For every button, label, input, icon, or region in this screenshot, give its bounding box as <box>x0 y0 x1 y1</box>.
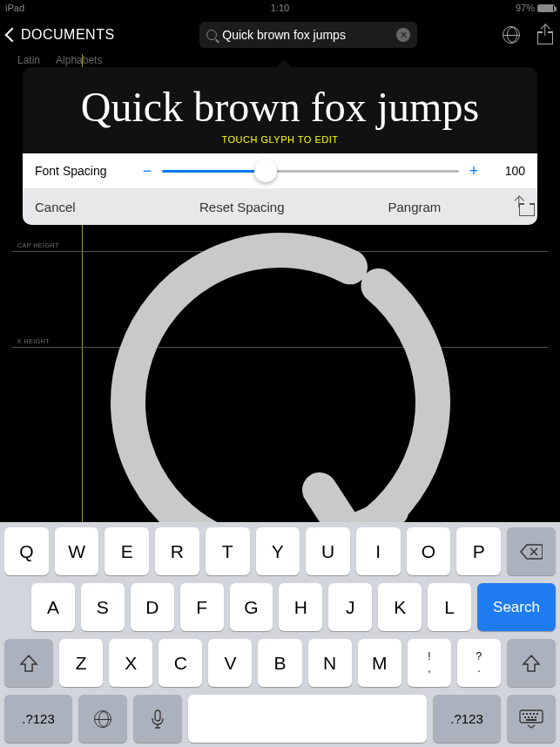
numbers-key-right[interactable]: .?123 <box>433 695 501 743</box>
spacing-label: Font Spacing <box>35 164 139 178</box>
spacing-decrement[interactable]: − <box>139 162 155 180</box>
spacing-value: 100 <box>482 164 525 178</box>
reset-spacing-button[interactable]: Reset Spacing <box>156 200 328 214</box>
shift-key-right[interactable] <box>507 639 556 687</box>
svg-rect-5 <box>523 713 524 715</box>
spacing-slider[interactable] <box>162 170 459 173</box>
key-d[interactable]: D <box>131 583 174 631</box>
popover-pointer <box>275 59 293 68</box>
device-label: iPad <box>5 3 24 13</box>
svg-rect-13 <box>535 716 536 718</box>
shift-key-left[interactable] <box>4 639 53 687</box>
key-y[interactable]: Y <box>256 527 300 575</box>
popover-share-button[interactable] <box>511 197 527 216</box>
svg-rect-10 <box>524 716 526 718</box>
key-p[interactable]: P <box>456 527 501 575</box>
nav-bar: DOCUMENTS Quick brown fox jumps ✕ <box>0 16 560 54</box>
key-g[interactable]: G <box>230 583 273 631</box>
key-u[interactable]: U <box>306 527 350 575</box>
preview-text[interactable]: Quick brown fox jumps <box>23 67 537 134</box>
svg-rect-3 <box>155 710 160 721</box>
key-h[interactable]: H <box>279 583 322 631</box>
key-j[interactable]: J <box>328 583 372 631</box>
svg-rect-8 <box>533 713 535 715</box>
svg-rect-12 <box>531 716 533 718</box>
key-k[interactable]: K <box>378 583 422 631</box>
preview-popover: Quick brown fox jumps TOUCH GLYPH TO EDI… <box>23 67 537 225</box>
pangram-button[interactable]: Pangram <box>328 200 501 214</box>
svg-rect-11 <box>528 716 530 718</box>
key-e[interactable]: E <box>105 527 149 575</box>
slider-thumb[interactable] <box>254 160 277 182</box>
key-period[interactable]: ?. <box>457 639 501 687</box>
hide-keyboard-key[interactable] <box>507 695 556 743</box>
key-o[interactable]: O <box>407 527 451 575</box>
key-f[interactable]: F <box>180 583 224 631</box>
popover-actions: Cancel Reset Spacing Pangram <box>23 188 537 225</box>
key-r[interactable]: R <box>155 527 199 575</box>
key-a[interactable]: A <box>31 583 75 631</box>
search-text: Quick brown fox jumps <box>222 28 396 42</box>
font-spacing-row: Font Spacing − + 100 <box>23 153 537 188</box>
cap-height-label: CAP HEIGHT <box>17 242 59 248</box>
chevron-left-icon <box>5 28 20 43</box>
x-height-label: X HEIGHT <box>17 338 50 344</box>
svg-rect-6 <box>526 713 528 715</box>
key-x[interactable]: X <box>109 639 152 687</box>
key-v[interactable]: V <box>208 639 252 687</box>
battery-icon <box>537 4 555 12</box>
key-t[interactable]: T <box>206 527 250 575</box>
back-label: DOCUMENTS <box>21 27 115 43</box>
key-c[interactable]: C <box>159 639 202 687</box>
space-key[interactable] <box>188 695 427 743</box>
battery-status: 97% <box>516 3 555 13</box>
key-i[interactable]: I <box>356 527 401 575</box>
dictation-key[interactable] <box>133 695 182 743</box>
key-w[interactable]: W <box>55 527 99 575</box>
numbers-key-left[interactable]: .?123 <box>4 695 72 743</box>
clock: 1:10 <box>271 3 289 13</box>
key-q[interactable]: Q <box>4 527 49 575</box>
share-button[interactable] <box>537 25 553 44</box>
keyboard: Q W E R T Y U I O P A S D F G H J K L Se… <box>0 522 560 747</box>
key-z[interactable]: Z <box>59 639 103 687</box>
globe-key[interactable] <box>78 695 127 743</box>
search-field[interactable]: Quick brown fox jumps ✕ <box>199 22 417 48</box>
back-button[interactable]: DOCUMENTS <box>7 27 115 43</box>
svg-rect-14 <box>526 719 536 721</box>
status-bar: iPad 1:10 97% <box>0 0 560 16</box>
globe-icon <box>94 710 111 728</box>
key-b[interactable]: B <box>258 639 301 687</box>
svg-rect-9 <box>536 713 538 715</box>
key-n[interactable]: N <box>308 639 352 687</box>
key-m[interactable]: M <box>358 639 401 687</box>
svg-rect-7 <box>530 713 531 715</box>
clear-search-icon[interactable]: ✕ <box>396 28 410 42</box>
key-l[interactable]: L <box>428 583 471 631</box>
search-key[interactable]: Search <box>477 583 556 631</box>
hint-label: TOUCH GLYPH TO EDIT <box>23 134 537 153</box>
backspace-key[interactable] <box>507 527 556 575</box>
key-comma[interactable]: !, <box>408 639 451 687</box>
cancel-button[interactable]: Cancel <box>23 200 156 214</box>
globe-icon[interactable] <box>503 26 520 44</box>
spacing-increment[interactable]: + <box>466 162 482 180</box>
search-icon <box>206 30 217 40</box>
key-s[interactable]: S <box>81 583 125 631</box>
